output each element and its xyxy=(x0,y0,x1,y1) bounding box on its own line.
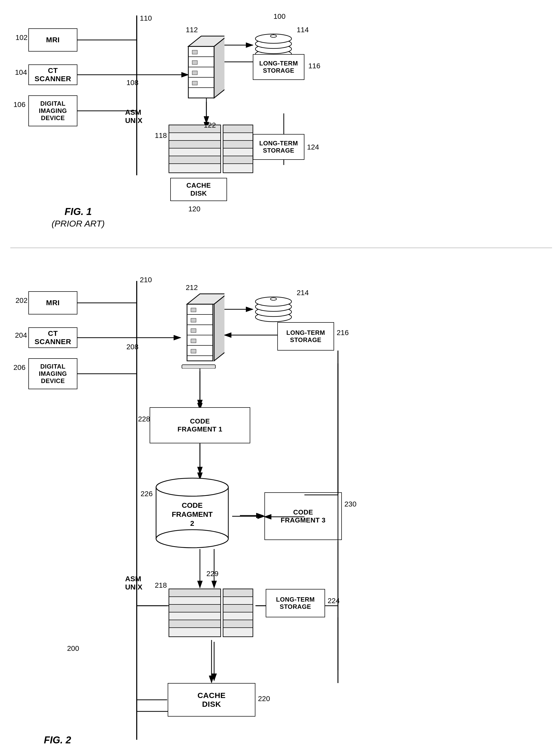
lines-overlay xyxy=(0,0,558,756)
ref-116: 116 xyxy=(308,62,321,70)
ref-206: 206 xyxy=(14,363,26,372)
svg-rect-74 xyxy=(191,308,196,312)
svg-rect-40 xyxy=(192,50,197,54)
ref-118: 118 xyxy=(155,131,167,140)
fig2-caption: FIG. 2 xyxy=(44,735,71,746)
svg-rect-76 xyxy=(191,329,196,332)
svg-rect-94 xyxy=(169,604,221,612)
box-longterm2-fig2: LONG-TERM STORAGE xyxy=(266,589,325,617)
svg-point-51 xyxy=(270,35,277,37)
ref-124: 124 xyxy=(307,143,319,151)
cache-server-fig2 xyxy=(168,588,255,639)
svg-rect-99 xyxy=(223,589,253,597)
svg-point-86 xyxy=(156,478,228,496)
svg-rect-101 xyxy=(223,604,253,612)
box-longterm1-fig1: LONG-TERM STORAGE xyxy=(253,54,304,80)
server-fig1 xyxy=(181,31,224,103)
ref-208: 208 xyxy=(126,343,138,351)
svg-rect-43 xyxy=(192,81,197,85)
svg-text:CODE: CODE xyxy=(182,501,203,509)
ref-228: 228 xyxy=(138,415,150,423)
svg-rect-65 xyxy=(223,164,253,173)
svg-text:FRAGMENT: FRAGMENT xyxy=(172,510,213,518)
svg-rect-75 xyxy=(191,318,196,322)
ref-120: 120 xyxy=(188,205,200,213)
svg-rect-55 xyxy=(169,140,221,148)
svg-rect-57 xyxy=(169,156,221,164)
ref-112: 112 xyxy=(186,26,198,34)
svg-rect-58 xyxy=(169,164,221,173)
ref-230: 230 xyxy=(345,500,357,508)
svg-rect-42 xyxy=(192,71,197,75)
svg-rect-62 xyxy=(223,140,253,148)
server-fig2 xyxy=(179,289,224,369)
asm-unix-fig2: ASM UNIX xyxy=(125,575,143,591)
svg-rect-54 xyxy=(169,133,221,140)
svg-rect-77 xyxy=(191,339,196,343)
box-cf3: CODE FRAGMENT 3 xyxy=(264,492,342,540)
svg-marker-35 xyxy=(214,36,224,98)
ref-210: 210 xyxy=(140,276,152,284)
ref-214: 214 xyxy=(297,289,309,297)
svg-rect-95 xyxy=(169,612,221,620)
box-longterm1-fig2: LONG-TERM STORAGE xyxy=(277,322,334,351)
svg-rect-93 xyxy=(169,597,221,604)
svg-rect-63 xyxy=(223,148,253,156)
ref-100: 100 xyxy=(274,12,285,21)
box-cf1: CODE FRAGMENT 1 xyxy=(150,407,250,443)
svg-rect-79 xyxy=(182,365,215,369)
box-cache-fig1: CACHE DISK xyxy=(170,178,227,201)
svg-rect-41 xyxy=(192,60,197,64)
svg-rect-64 xyxy=(223,156,253,164)
box-digital-fig2: DIGITAL IMAGING DEVICE xyxy=(28,358,77,389)
ref-204: 204 xyxy=(15,331,27,340)
svg-rect-102 xyxy=(223,612,253,620)
svg-rect-60 xyxy=(223,125,253,133)
box-mri-fig2: MRI xyxy=(28,291,77,315)
ref-110: 110 xyxy=(140,14,152,22)
ref-224: 224 xyxy=(328,597,340,605)
ref-229: 229 xyxy=(206,570,219,578)
ref-108: 108 xyxy=(126,79,138,87)
svg-point-87 xyxy=(156,530,228,548)
ref-202: 202 xyxy=(16,296,28,305)
reel-fig2 xyxy=(253,289,294,322)
ref-104: 104 xyxy=(15,68,27,77)
svg-rect-61 xyxy=(223,133,253,140)
ref-218: 218 xyxy=(155,581,167,590)
ref-200: 200 xyxy=(67,644,79,653)
extra-lines xyxy=(0,0,558,756)
svg-rect-97 xyxy=(169,628,221,637)
ref-220: 220 xyxy=(258,695,270,703)
ref-122: 122 xyxy=(204,121,216,129)
svg-text:2: 2 xyxy=(190,519,194,528)
box-longterm2-fig1: LONG-TERM STORAGE xyxy=(253,134,304,160)
ref-226: 226 xyxy=(141,490,153,498)
divider xyxy=(10,247,552,248)
svg-point-84 xyxy=(270,298,277,300)
ref-102: 102 xyxy=(16,33,28,42)
cylinder-cf2: CODE FRAGMENT 2 xyxy=(152,474,232,549)
ref-212: 212 xyxy=(186,284,198,292)
svg-marker-68 xyxy=(214,294,224,361)
svg-rect-96 xyxy=(169,620,221,628)
svg-rect-104 xyxy=(223,628,253,637)
ref-216: 216 xyxy=(337,329,349,337)
box-ct-fig1: CT SCANNER xyxy=(28,64,77,85)
svg-rect-56 xyxy=(169,148,221,156)
cache-server-fig1 xyxy=(168,124,255,175)
box-digital-fig1: DIGITAL IMAGING DEVICE xyxy=(28,96,77,126)
asm-unix-fig1: ASM UNIX xyxy=(125,108,143,125)
svg-rect-100 xyxy=(223,597,253,604)
svg-rect-78 xyxy=(191,349,196,353)
fig1-caption: FIG. 1 (PRIOR ART) xyxy=(52,206,105,228)
box-mri-fig1: MRI xyxy=(28,28,77,52)
ref-114: 114 xyxy=(297,26,309,34)
box-ct-fig2: CT SCANNER xyxy=(28,327,77,348)
diagram-container: 100 102 MRI 104 CT SCANNER 106 DIGITAL I… xyxy=(0,0,558,756)
svg-rect-92 xyxy=(169,589,221,597)
ref-106: 106 xyxy=(14,101,26,109)
box-cache-fig2: CACHE DISK xyxy=(168,683,255,717)
svg-rect-103 xyxy=(223,620,253,628)
